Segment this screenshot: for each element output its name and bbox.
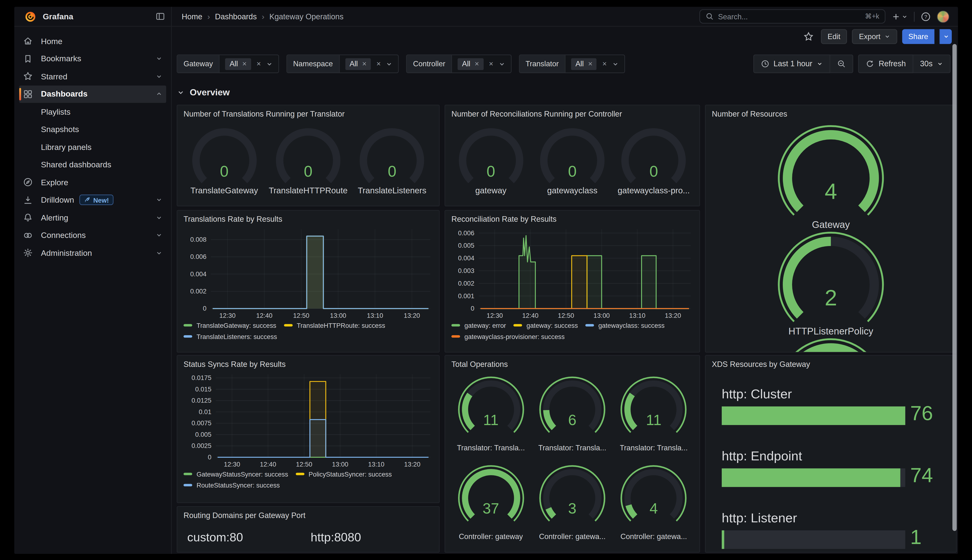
star-dashboard-button[interactable] [803,31,813,41]
legend-item[interactable]: TranslateGateway: success [184,322,276,329]
filter-controller[interactable]: ControllerAll×× [406,55,511,73]
sidebar-item-explore[interactable]: Explore [19,173,166,191]
sidebar-item-snapshots[interactable]: Snapshots [19,120,166,138]
sidebar-item-playlists[interactable]: Playlists [19,103,166,120]
sidebar-item-label: Home [41,37,62,46]
filter-translator[interactable]: TranslatorAll×× [519,55,625,73]
sidebar-item-dashboards[interactable]: Dashboards [19,85,166,103]
chevron-down-icon [902,13,908,20]
breadcrumb-home[interactable]: Home [182,12,202,21]
panel-title[interactable]: Translations Rate by Results [177,211,439,224]
bar-label: http: Endpoint [722,449,950,463]
chevron-down-icon[interactable] [266,60,273,67]
chevron-down-icon[interactable] [155,250,162,257]
share-menu-button[interactable] [939,29,952,43]
legend-item[interactable]: RouteStatusSyncer: success [184,481,280,489]
legend-swatch [585,324,594,327]
panel-title[interactable]: Total Operations [445,356,700,369]
scrollbar-thumb[interactable] [952,44,957,531]
new-button[interactable] [892,12,908,21]
sidebar-item-connections[interactable]: Connections [19,227,166,244]
filter-value-chip[interactable]: All× [345,58,371,70]
remove-value-icon[interactable]: × [474,60,479,67]
share-button[interactable]: Share [902,29,934,43]
filter-namespace[interactable]: NamespaceAll×× [286,55,399,73]
clear-filter-icon[interactable]: × [603,60,607,67]
filter-value-chip[interactable]: All× [571,58,597,70]
remove-value-icon[interactable]: × [362,60,366,67]
section-overview[interactable]: Overview [177,87,230,97]
refresh-button[interactable]: Refresh [858,55,913,73]
help-button[interactable]: ? [921,12,931,22]
filter-value-chip[interactable]: All× [458,58,483,70]
legend-item[interactable]: gatewayclass: success [585,322,665,329]
breadcrumb-dashboards[interactable]: Dashboards [215,12,257,21]
sidebar-item-drilldown[interactable]: DrilldownNew! [19,191,166,209]
dock-sidebar-icon[interactable] [155,12,165,21]
chevron-down-icon[interactable] [612,60,619,67]
svg-text:12:50: 12:50 [558,312,574,319]
grafana-logo[interactable] [24,10,37,23]
header-actions: Search... ⌘+k ? [700,9,958,23]
legend-item[interactable]: gateway: error [451,322,506,329]
panel-title[interactable]: Number of Reconciliations Running per Co… [445,105,700,118]
brand-label: Grafana [43,12,73,21]
gauge-value: 0 [350,162,434,180]
panel-title[interactable]: Reconciliation Rate by Results [445,211,700,224]
legend-swatch [184,484,192,486]
chevron-down-icon[interactable] [155,214,162,221]
sidebar: HomeBookmarksStarredDashboardsPlaylistsS… [14,27,172,554]
sidebar-item-administration[interactable]: Administration [19,244,166,262]
remove-value-icon[interactable]: × [242,60,246,67]
panel-title[interactable]: Status Syncs Rate by Results [177,356,439,369]
chevron-down-icon[interactable] [386,60,393,67]
panel-title[interactable]: Routing Domains per Gateway Port [177,507,439,520]
sidebar-item-shared-dashboards[interactable]: Shared dashboards [19,156,166,173]
search-input[interactable]: Search... ⌘+k [700,9,886,23]
svg-text:0.015: 0.015 [195,385,211,393]
gauge-value: 2 [770,285,891,311]
svg-text:0.0125: 0.0125 [192,397,211,404]
edit-button[interactable]: Edit [821,29,847,43]
filter-value: All [230,59,238,68]
sidebar-item-home[interactable]: Home [19,32,166,50]
divider [914,12,915,22]
gauge-value: 3 [531,500,613,517]
chevron-up-icon[interactable] [155,91,162,98]
remove-value-icon[interactable]: × [588,60,593,67]
compass-icon [23,177,33,187]
legend-item[interactable]: TranslateHTTPRoute: success [284,322,385,329]
clear-filter-icon[interactable]: × [376,60,381,67]
clear-filter-icon[interactable]: × [489,60,493,67]
chevron-down-icon[interactable] [155,73,162,80]
legend-item[interactable]: GatewayStatusSyncer: success [184,470,288,478]
panel-title[interactable]: Number of Translations Running per Trans… [177,105,439,118]
zoom-out-button[interactable] [830,55,853,73]
filter-gateway[interactable]: GatewayAll×× [177,55,279,73]
export-button[interactable]: Export [852,29,897,43]
chevron-down-icon[interactable] [155,232,162,239]
chevron-down-icon[interactable] [498,60,505,67]
panel-title[interactable]: Number of Resources [705,105,956,118]
bar-track [722,407,905,425]
svg-text:0.001: 0.001 [458,292,474,300]
panel-title[interactable]: XDS Resources by Gateway [705,356,956,369]
avatar[interactable] [937,10,949,23]
chevron-down-icon[interactable] [155,197,162,203]
filter-value-chip[interactable]: All× [225,58,251,70]
time-range-picker[interactable]: Last 1 hour [753,55,830,73]
legend-label: gatewayclass: success [598,322,665,329]
legend-item[interactable]: PolicyStatusSyncer: success [296,470,392,478]
legend-item[interactable]: gateway: success [513,322,578,329]
refresh-interval-picker[interactable]: 30s [913,55,950,73]
legend-item[interactable]: TranslateListeners: success [184,333,277,340]
sidebar-item-alerting[interactable]: Alerting [19,209,166,227]
chevron-down-icon[interactable] [155,55,162,62]
legend-label: gateway: error [464,322,506,329]
clear-filter-icon[interactable]: × [257,60,261,67]
sidebar-item-starred[interactable]: Starred [19,67,166,85]
sidebar-item-bookmarks[interactable]: Bookmarks [19,50,166,67]
legend-item[interactable]: gatewayclass-provisioner: success [451,333,565,340]
sidebar-item-library-panels[interactable]: Library panels [19,138,166,156]
chevron-down-icon [937,61,943,67]
